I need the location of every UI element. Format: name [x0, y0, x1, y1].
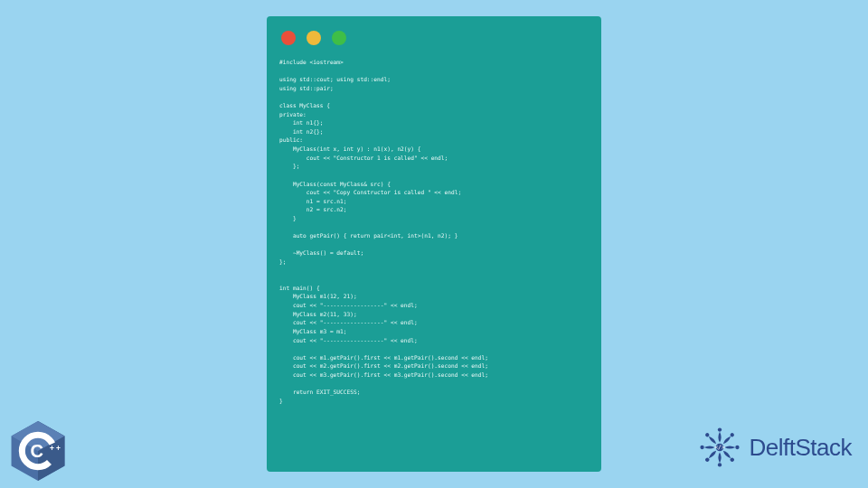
- svg-text:+: +: [50, 445, 54, 453]
- cpp-logo-icon: C + +: [11, 421, 65, 481]
- close-icon: [281, 31, 296, 45]
- minimize-icon: [307, 31, 321, 45]
- maximize-icon: [332, 31, 346, 45]
- svg-text:+: +: [56, 445, 61, 453]
- code-block: #include <iostream> using std::cout; usi…: [279, 58, 589, 405]
- svg-point-8: [717, 427, 721, 431]
- code-window: #include <iostream> using std::cout; usi…: [267, 16, 601, 472]
- window-traffic-lights: [281, 31, 589, 45]
- delftstack-logo-icon: </>: [695, 423, 744, 472]
- svg-text:C: C: [31, 441, 43, 461]
- delftstack-label: DelftStack: [750, 434, 853, 462]
- svg-text:</>: </>: [714, 444, 725, 451]
- delftstack-brand: </> DelftStack: [695, 423, 853, 472]
